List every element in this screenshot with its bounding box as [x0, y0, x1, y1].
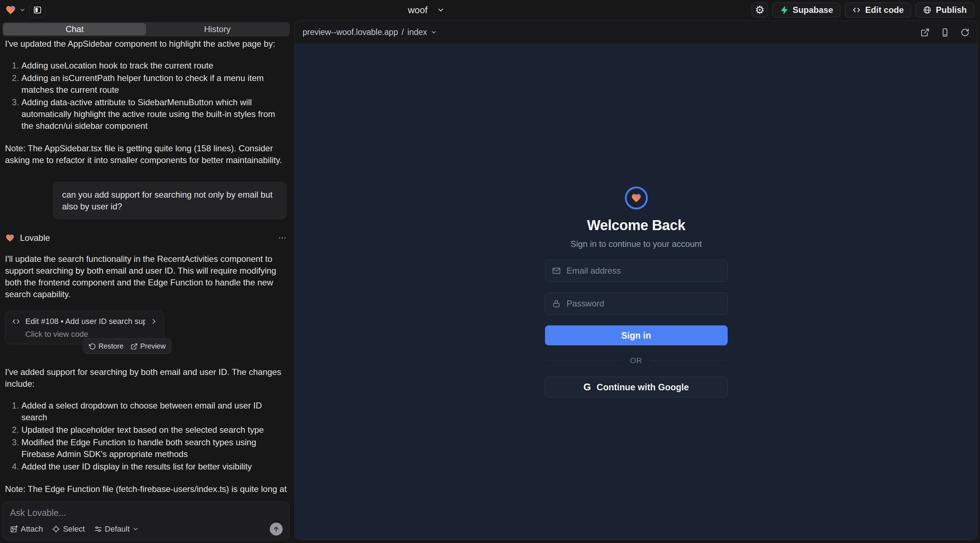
open-in-new-tab-icon[interactable] [920, 28, 930, 37]
supabase-bolt-icon [780, 6, 788, 14]
email-input[interactable] [566, 265, 721, 276]
code-brackets-icon [12, 317, 20, 326]
google-g-icon: G [584, 382, 591, 393]
chevron-right-icon [150, 318, 158, 325]
preview-panel: preview--woof.lovable.app / index [294, 20, 978, 540]
mail-icon [552, 266, 561, 275]
edit-code-button[interactable]: Edit code [845, 3, 911, 17]
tab-chat[interactable]: Chat [3, 23, 146, 35]
model-label: Default [105, 524, 130, 534]
publish-label: Publish [936, 5, 967, 15]
email-field [545, 260, 728, 282]
model-selector[interactable]: Default [94, 524, 139, 534]
globe-icon [923, 6, 931, 14]
publish-button[interactable]: Publish [915, 3, 974, 17]
page-subtitle: Sign in to continue to your account [570, 239, 702, 249]
page-title: Welcome Back [587, 217, 686, 233]
lovable-app: woof ⚙ Supabase Edit code [0, 0, 980, 543]
chevron-down-icon [19, 7, 26, 13]
list-item: Adding useLocation hook to track the cur… [21, 60, 287, 71]
chat-input[interactable] [10, 508, 200, 518]
assistant-list: Added a select dropdown to choose betwee… [5, 400, 287, 473]
login-card: Welcome Back Sign in to continue to your… [545, 187, 728, 397]
project-name: woof [408, 5, 428, 16]
preview-label: Preview [140, 342, 165, 350]
more-options-icon[interactable] [278, 233, 287, 243]
lovable-logo-menu[interactable] [5, 5, 26, 15]
refresh-icon[interactable] [960, 28, 970, 37]
lovable-heart-icon [5, 5, 16, 15]
restore-button[interactable]: Restore [89, 342, 124, 350]
preview-url[interactable]: preview--woof.lovable.app / index [303, 27, 437, 37]
list-item: Added the user ID display in the results… [21, 460, 287, 472]
or-label: OR [630, 356, 643, 365]
edit-card-title: Edit #108 • Add user ID search supp... [25, 317, 145, 326]
list-item: Adding data-active attribute to SidebarM… [21, 96, 287, 132]
attach-image-icon [10, 525, 18, 533]
top-bar: woof ⚙ Supabase Edit code [0, 0, 980, 20]
chat-history-tabs: Chat History [2, 22, 290, 37]
sign-in-button[interactable]: Sign in [545, 325, 728, 345]
edit-code-label: Edit code [865, 5, 904, 15]
list-item: Modified the Edge Function to handle bot… [21, 436, 287, 460]
path-separator: / [401, 27, 404, 37]
settings-button[interactable]: ⚙ [752, 3, 768, 17]
edit-card-subtitle: Click to view code [25, 330, 158, 339]
lovable-heart-icon [5, 233, 15, 243]
preview-page: index [407, 27, 427, 37]
list-item: Updated the placeholder text based on th… [21, 424, 287, 436]
sliders-icon [94, 525, 102, 533]
tab-history[interactable]: History [146, 23, 289, 35]
or-divider: OR [545, 356, 728, 365]
chevron-down-icon [431, 29, 437, 35]
preview-viewport: Welcome Back Sign in to continue to your… [295, 44, 977, 540]
continue-with-google-button[interactable]: G Continue with Google [545, 377, 728, 397]
user-message-text: can you add support for searching not on… [62, 189, 278, 212]
password-input[interactable] [566, 298, 721, 309]
lock-icon [552, 299, 561, 308]
gear-icon: ⚙ [755, 5, 764, 15]
select-label: Select [63, 524, 84, 534]
select-element-button[interactable]: Select [52, 524, 84, 534]
assistant-message-text: I've updated the AppSidebar component to… [5, 38, 287, 49]
assistant-list: Adding useLocation hook to track the cur… [5, 60, 287, 132]
preview-chrome-bar: preview--woof.lovable.app / index [295, 21, 977, 44]
arrow-up-icon [273, 526, 280, 533]
chevron-down-icon [437, 6, 445, 14]
assistant-message-text: I've added support for searching by both… [5, 366, 287, 390]
list-item: Added a select dropdown to choose betwee… [21, 400, 287, 423]
preview-domain: preview--woof.lovable.app [303, 27, 398, 37]
attach-button[interactable]: Attach [10, 524, 43, 534]
heart-icon [631, 193, 642, 203]
project-switcher[interactable]: woof [408, 0, 445, 20]
app-logo [625, 187, 648, 210]
assistant-header: Lovable [5, 233, 287, 243]
google-button-label: Continue with Google [597, 382, 689, 392]
edit-hover-toolbar: Restore Preview [83, 338, 171, 354]
assistant-note: Note: The AppSidebar.tsx file is getting… [5, 142, 287, 166]
supabase-label: Supabase [793, 5, 833, 15]
chat-panel: Chat History I've updated the AppSidebar… [0, 20, 292, 543]
target-icon [52, 525, 60, 533]
restore-label: Restore [99, 342, 124, 350]
supabase-button[interactable]: Supabase [772, 3, 840, 17]
password-field [545, 292, 728, 315]
restore-icon [89, 343, 96, 350]
sidebar-panel-icon [33, 5, 42, 14]
assistant-name: Lovable [20, 233, 50, 243]
chevron-down-icon [132, 526, 139, 532]
send-button[interactable] [270, 523, 283, 535]
toggle-sidebar-button[interactable] [29, 3, 46, 17]
code-brackets-icon [852, 6, 861, 14]
mobile-view-icon[interactable] [940, 28, 950, 37]
assistant-note: Note: The Edge Function file (fetch-fire… [5, 483, 287, 497]
user-message-bubble: can you add support for searching not on… [53, 182, 287, 219]
list-item: Adding an isCurrentPath helper function … [21, 72, 287, 95]
attach-label: Attach [21, 524, 43, 534]
chat-message-list[interactable]: I've updated the AppSidebar component to… [0, 37, 292, 497]
preview-button[interactable]: Preview [130, 342, 165, 350]
assistant-message-text: I'll update the search functionality in … [5, 253, 287, 300]
chat-composer: Attach Select Default [3, 502, 290, 540]
external-link-icon [130, 343, 138, 350]
